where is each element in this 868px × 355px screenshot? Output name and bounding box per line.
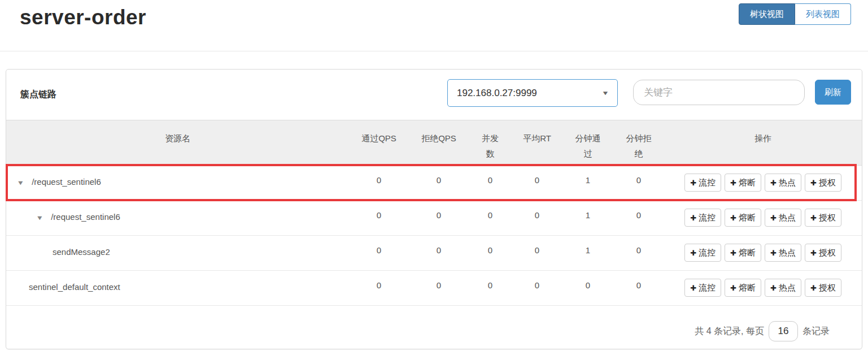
minute-pass-value: 1 [562, 236, 613, 255]
add-hotspot-rule-button[interactable]: ✚热点 [765, 209, 801, 227]
header-divider [0, 51, 868, 51]
minute-block-value: 0 [613, 236, 664, 255]
tree-view-button[interactable]: 树状视图 [739, 3, 795, 25]
actions-cell: ✚流控 ✚熔断 ✚热点 ✚授权 [664, 166, 862, 192]
concurrency-value: 0 [469, 201, 512, 220]
table-row: ▼ /request_sentinel6 0 0 0 0 1 0 ✚流控 ✚熔断… [6, 201, 862, 236]
add-degrade-rule-button[interactable]: ✚熔断 [725, 244, 761, 262]
add-degrade-rule-button[interactable]: ✚熔断 [725, 279, 761, 297]
plus-icon: ✚ [810, 249, 817, 257]
pass-qps-value: 0 [349, 271, 409, 290]
resource-name: sendMessage2 [53, 247, 110, 257]
add-degrade-rule-button[interactable]: ✚熔断 [725, 174, 761, 192]
expander-icon[interactable]: ▼ [36, 214, 45, 221]
minute-block-value: 0 [613, 271, 664, 290]
avg-rt-value: 0 [512, 166, 562, 185]
resource-cell: ▼ /request_sentinel6 [6, 201, 349, 222]
add-hotspot-rule-button[interactable]: ✚热点 [765, 244, 801, 262]
panel-title: 簇点链路 [20, 89, 56, 101]
cluster-link-panel: 簇点链路 192.168.0.27:9999 ▼ 刷新 资源名 通过QPS 拒绝… [6, 69, 862, 349]
plus-icon: ✚ [690, 284, 696, 292]
table-row: ▼ /request_sentinel6 0 0 0 0 1 0 ✚流控 ✚熔断… [6, 166, 862, 201]
resource-cell: sendMessage2 [6, 236, 349, 257]
plus-icon: ✚ [770, 214, 777, 222]
table-row: sentinel_default_context 0 0 0 0 0 0 ✚流控… [6, 271, 862, 306]
add-flow-rule-button[interactable]: ✚流控 [684, 279, 721, 297]
expander-icon[interactable]: ▼ [17, 179, 25, 186]
column-header-resource: 资源名 [6, 120, 349, 146]
list-view-button[interactable]: 列表视图 [795, 3, 851, 25]
resource-name: /request_sentinel6 [32, 177, 101, 187]
actions-cell: ✚流控 ✚熔断 ✚热点 ✚授权 [664, 236, 862, 262]
add-flow-rule-button[interactable]: ✚流控 [684, 174, 721, 192]
minute-block-value: 0 [613, 201, 664, 220]
plus-icon: ✚ [810, 214, 817, 222]
add-authority-rule-button[interactable]: ✚授权 [805, 209, 841, 227]
view-toggle-group: 树状视图 列表视图 [739, 3, 851, 25]
page-size-input[interactable] [769, 321, 798, 341]
resource-cell: ▼ /request_sentinel6 [6, 166, 349, 187]
concurrency-value: 0 [469, 166, 512, 185]
column-header-block-qps: 拒绝QPS [409, 120, 469, 146]
avg-rt-value: 0 [512, 236, 562, 255]
resource-cell: sentinel_default_context [6, 271, 349, 292]
panel-head: 簇点链路 192.168.0.27:9999 ▼ 刷新 [6, 70, 862, 120]
plus-icon: ✚ [690, 249, 696, 257]
plus-icon: ✚ [690, 179, 696, 187]
resource-name: sentinel_default_context [29, 282, 120, 292]
add-authority-rule-button[interactable]: ✚授权 [805, 279, 841, 297]
record-count-label: 共 4 条记录, 每页 [695, 326, 764, 337]
minute-pass-value: 0 [562, 271, 613, 290]
concurrency-value: 0 [469, 271, 512, 290]
plus-icon: ✚ [810, 284, 817, 292]
minute-block-value: 0 [613, 166, 664, 185]
plus-icon: ✚ [770, 284, 777, 292]
caret-down-icon: ▼ [601, 90, 609, 96]
plus-icon: ✚ [770, 249, 777, 257]
column-header-minute-pass: 分钟通过 [562, 120, 613, 161]
add-degrade-rule-button[interactable]: ✚熔断 [725, 209, 761, 227]
minute-pass-value: 1 [562, 201, 613, 220]
plus-icon: ✚ [730, 284, 736, 292]
block-qps-value: 0 [409, 201, 469, 220]
page-title: server-order [20, 6, 146, 29]
resource-name: /request_sentinel6 [51, 212, 120, 222]
block-qps-value: 0 [409, 236, 469, 255]
refresh-button[interactable]: 刷新 [815, 80, 851, 105]
pass-qps-value: 0 [349, 201, 409, 220]
search-input[interactable] [633, 80, 805, 105]
table-row: sendMessage2 0 0 0 0 1 0 ✚流控 ✚熔断 ✚热点 ✚授权 [6, 236, 862, 271]
pass-qps-value: 0 [349, 236, 409, 255]
add-authority-rule-button[interactable]: ✚授权 [805, 174, 841, 192]
minute-pass-value: 1 [562, 166, 613, 185]
pass-qps-value: 0 [349, 166, 409, 185]
block-qps-value: 0 [409, 166, 469, 185]
add-flow-rule-button[interactable]: ✚流控 [684, 209, 721, 227]
column-header-actions: 操作 [664, 120, 862, 146]
block-qps-value: 0 [409, 271, 469, 290]
table-header-row: 资源名 通过QPS 拒绝QPS 并发数 平均RT 分钟通过 分钟拒绝 操作 [6, 120, 862, 166]
avg-rt-value: 0 [512, 201, 562, 220]
pagination: 共 4 条记录, 每页 条记录 [695, 321, 830, 341]
add-hotspot-rule-button[interactable]: ✚热点 [765, 279, 801, 297]
plus-icon: ✚ [730, 214, 736, 222]
concurrency-value: 0 [469, 236, 512, 255]
plus-icon: ✚ [730, 249, 736, 257]
avg-rt-value: 0 [512, 271, 562, 290]
machine-select-value: 192.168.0.27:9999 [457, 88, 537, 99]
per-page-suffix-label: 条记录 [802, 326, 830, 337]
add-hotspot-rule-button[interactable]: ✚热点 [765, 174, 801, 192]
column-header-minute-block: 分钟拒绝 [613, 120, 664, 161]
plus-icon: ✚ [690, 214, 696, 222]
column-header-pass-qps: 通过QPS [349, 120, 409, 146]
add-authority-rule-button[interactable]: ✚授权 [805, 244, 841, 262]
column-header-concurrency: 并发数 [469, 120, 512, 161]
plus-icon: ✚ [810, 179, 817, 187]
add-flow-rule-button[interactable]: ✚流控 [684, 244, 721, 262]
plus-icon: ✚ [770, 179, 777, 187]
actions-cell: ✚流控 ✚熔断 ✚热点 ✚授权 [664, 271, 862, 297]
column-header-avg-rt: 平均RT [512, 120, 562, 146]
plus-icon: ✚ [730, 179, 736, 187]
machine-select[interactable]: 192.168.0.27:9999 ▼ [447, 79, 618, 107]
actions-cell: ✚流控 ✚熔断 ✚热点 ✚授权 [664, 201, 862, 227]
